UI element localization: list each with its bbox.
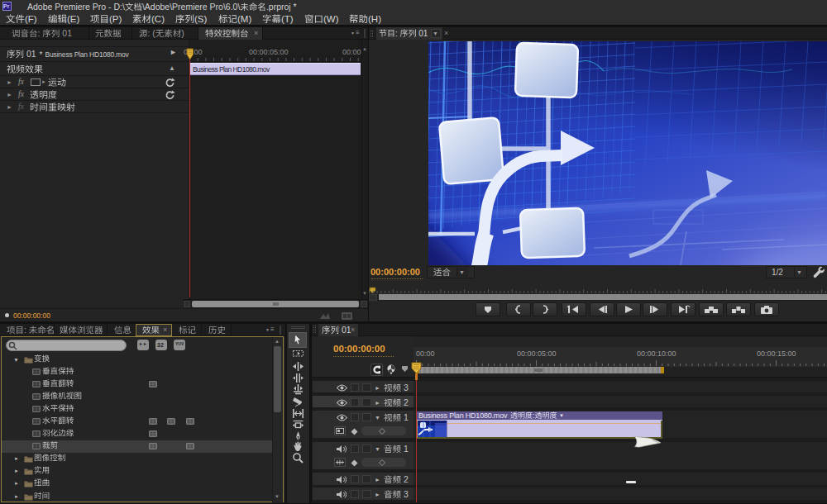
svg-text:Pro\6.0\: Pro\6.0\ xyxy=(210,2,241,12)
svg-text:(C): (C) xyxy=(151,14,165,24)
svg-text:*: * xyxy=(294,2,297,12)
svg-text::: : xyxy=(38,28,41,38)
svg-text:-: - xyxy=(108,2,112,12)
svg-text:3: 3 xyxy=(404,383,409,392)
svg-text:(W): (W) xyxy=(323,14,339,24)
svg-text:): ) xyxy=(181,28,184,38)
svg-text::: : xyxy=(148,28,151,38)
svg-text:(T): (T) xyxy=(281,14,294,24)
svg-text:Adobe: Adobe xyxy=(27,2,53,12)
svg-text:Pro: Pro xyxy=(93,2,107,12)
svg-text:(S): (S) xyxy=(194,14,208,24)
svg-text:(E): (E) xyxy=(67,14,80,24)
svg-text:(: ( xyxy=(152,28,155,38)
svg-text:2: 2 xyxy=(404,474,409,484)
svg-text:.prproj: .prproj xyxy=(266,2,291,12)
svg-text:1: 1 xyxy=(404,412,409,422)
svg-text:1: 1 xyxy=(404,444,409,454)
svg-text:01: 01 xyxy=(62,28,72,38)
svg-text:(H): (H) xyxy=(368,14,381,24)
svg-text:2: 2 xyxy=(404,397,409,407)
svg-text:01: 01 xyxy=(26,49,36,59)
svg-text:3: 3 xyxy=(404,489,409,499)
svg-text:Premiere: Premiere xyxy=(55,2,90,12)
svg-text:(F): (F) xyxy=(25,14,37,24)
svg-text:\Adobe\Premiere: \Adobe\Premiere xyxy=(142,2,208,12)
svg-text:01: 01 xyxy=(418,29,428,38)
svg-text:(M): (M) xyxy=(237,14,251,24)
svg-text:D:\: D:\ xyxy=(114,2,126,12)
svg-text:(P): (P) xyxy=(109,14,122,24)
svg-text::: : xyxy=(395,29,398,38)
svg-text:01: 01 xyxy=(342,325,351,335)
svg-text::: : xyxy=(24,325,26,335)
svg-text::: : xyxy=(533,411,535,420)
